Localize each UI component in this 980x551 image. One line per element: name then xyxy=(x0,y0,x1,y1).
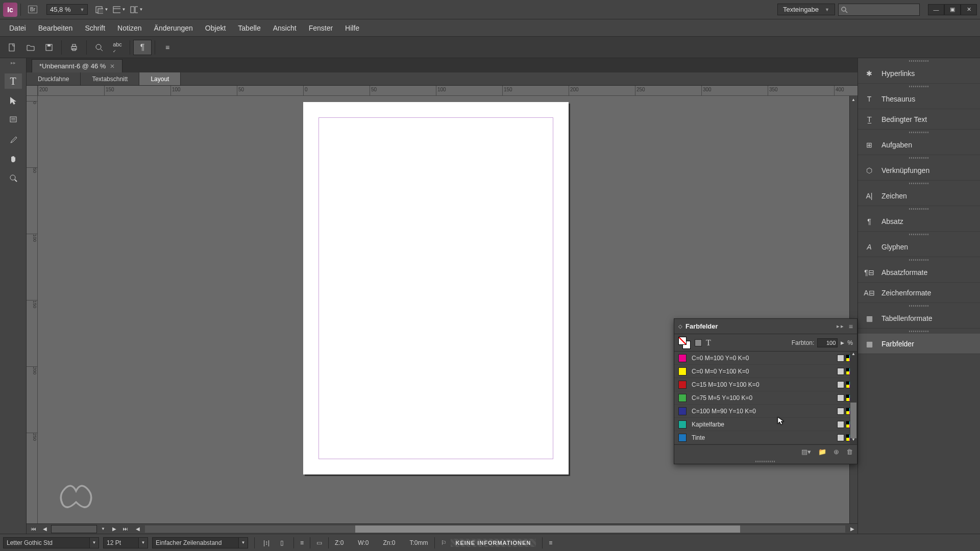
panel-grip[interactable] xyxy=(858,257,980,262)
panel-resize-grip[interactable] xyxy=(674,459,857,464)
delete-swatch-icon[interactable]: 🗑 xyxy=(846,448,853,456)
horizontal-ruler[interactable]: 200 150 100 50 0 50 100 150 200 250 300 … xyxy=(38,86,857,96)
swatch-item[interactable]: C=0 M=100 Y=0 K=0 xyxy=(674,352,857,365)
first-page-button[interactable]: ⏮ xyxy=(29,524,39,534)
container-swatch[interactable] xyxy=(695,339,702,346)
page-number-field[interactable] xyxy=(51,525,97,533)
view-tab-layout[interactable]: Layout xyxy=(139,72,181,85)
panel-grip[interactable] xyxy=(858,58,980,63)
prev-page-button[interactable]: ◀ xyxy=(40,524,50,534)
new-swatch-group-icon[interactable]: 📁 xyxy=(818,448,826,456)
save-icon[interactable] xyxy=(40,40,58,55)
panel-grip[interactable] xyxy=(858,84,980,89)
new-file-icon[interactable] xyxy=(3,40,21,55)
align-icon[interactable]: ≡ xyxy=(300,539,304,546)
search-input[interactable] xyxy=(838,4,920,16)
close-tab-icon[interactable]: ✕ xyxy=(110,63,115,70)
collapse-tools-icon[interactable]: ▸▸ xyxy=(0,58,27,67)
swatch-item[interactable]: C=0 M=0 Y=100 K=0 xyxy=(674,365,857,378)
swatch-item[interactable]: Kapitelfarbe xyxy=(674,418,857,431)
view-options-2[interactable]: ▼ xyxy=(112,3,126,16)
panel-paragraph[interactable]: ¶Absatz xyxy=(858,211,980,232)
fill-stroke-toggle[interactable] xyxy=(678,337,691,349)
menu-schrift[interactable]: Schrift xyxy=(79,21,111,35)
panel-conditional-text[interactable]: T̲Bedingter Text xyxy=(858,109,980,130)
menu-bearbeiten[interactable]: Bearbeiten xyxy=(32,21,79,35)
vertical-ruler[interactable]: 0 50 100 150 200 250 xyxy=(27,96,38,523)
menu-aenderungen[interactable]: Änderungen xyxy=(148,21,199,35)
scroll-left-button[interactable]: ◀ xyxy=(133,524,143,534)
horizontal-scrollbar[interactable] xyxy=(145,525,845,533)
panel-hyperlinks[interactable]: ✱Hyperlinks xyxy=(858,63,980,84)
menu-datei[interactable]: Datei xyxy=(3,21,32,35)
panel-character-styles[interactable]: A⊟Zeichenformate xyxy=(858,283,980,303)
swatch-item[interactable]: C=100 M=90 Y=10 K=0 xyxy=(674,405,857,418)
panel-thesaurus[interactable]: TThesaurus xyxy=(858,89,980,109)
new-swatch-icon[interactable]: ⊕ xyxy=(834,448,839,456)
close-button[interactable]: ✕ xyxy=(961,4,977,15)
swatch-item[interactable]: C=75 M=5 Y=100 K=0 xyxy=(674,391,857,405)
zoom-dropdown[interactable]: 45,8 % ▼ xyxy=(46,4,88,15)
columns-icon[interactable]: |↕| xyxy=(261,539,272,546)
open-file-icon[interactable] xyxy=(21,40,40,55)
menu-ansicht[interactable]: Ansicht xyxy=(267,21,303,35)
print-icon[interactable] xyxy=(65,40,83,55)
view-tab-proof[interactable]: Druckfahne xyxy=(27,72,81,85)
position-tool[interactable] xyxy=(5,93,22,108)
font-size-field[interactable]: 12 Pt xyxy=(103,537,139,548)
panel-links[interactable]: ⬡Verknüpfungen xyxy=(858,160,980,181)
swatch-item[interactable]: C=15 M=100 Y=100 K=0 xyxy=(674,378,857,391)
chevron-down-icon[interactable]: ▼ xyxy=(239,537,248,548)
workspace-dropdown[interactable]: Texteingabe ▼ xyxy=(777,4,835,15)
minimize-button[interactable]: — xyxy=(928,4,944,15)
panel-menu-icon[interactable]: ≡ xyxy=(849,322,853,331)
arrange-documents[interactable]: ▼ xyxy=(130,3,143,16)
swatch-item[interactable]: Tinte xyxy=(674,431,857,444)
bridge-button[interactable]: Br xyxy=(26,3,39,16)
panel-paragraph-styles[interactable]: ¶⊟Absatzformate xyxy=(858,262,980,283)
last-page-button[interactable]: ⏭ xyxy=(120,524,131,534)
baseline-icon[interactable]: ▭ xyxy=(316,539,322,546)
panel-character[interactable]: A|Zeichen xyxy=(858,186,980,206)
menu-fenster[interactable]: Fenster xyxy=(303,21,339,35)
type-tool[interactable]: T xyxy=(5,73,22,89)
chevron-down-icon[interactable]: ▼ xyxy=(139,537,148,548)
chevron-down-icon[interactable]: ▼ xyxy=(90,537,99,548)
new-gradient-swatch-icon[interactable]: ▨▾ xyxy=(801,448,811,456)
menu-hilfe[interactable]: Hilfe xyxy=(339,21,365,35)
eyedropper-tool[interactable] xyxy=(5,132,22,147)
panel-grip[interactable] xyxy=(858,303,980,308)
page-dropdown[interactable]: ▼ xyxy=(98,524,108,534)
panel-grip[interactable] xyxy=(858,232,980,237)
font-family-field[interactable]: Letter Gothic Std xyxy=(3,537,90,548)
panel-grip[interactable] xyxy=(858,155,980,160)
spellcheck-icon[interactable]: abc✓ xyxy=(108,40,127,55)
text-swatch[interactable]: T xyxy=(706,338,711,347)
menu-tabelle[interactable]: Tabelle xyxy=(232,21,266,35)
panel-grip[interactable] xyxy=(858,206,980,211)
panel-glyphs[interactable]: AGlyphen xyxy=(858,237,980,257)
hand-tool[interactable] xyxy=(5,151,22,166)
swatch-scrollbar[interactable]: ▲ ▼ xyxy=(850,352,857,444)
note-tool[interactable] xyxy=(5,112,22,128)
zoom-tool[interactable] xyxy=(5,170,22,186)
tint-input[interactable] xyxy=(817,338,838,347)
tint-slider-icon[interactable]: ▶ xyxy=(841,340,844,345)
maximize-button[interactable]: ▣ xyxy=(944,4,961,15)
menu-objekt[interactable]: Objekt xyxy=(199,21,232,35)
show-hidden-chars-icon[interactable]: ¶ xyxy=(133,40,152,55)
document-tab[interactable]: *Unbenannt-6 @ 46 % ✕ xyxy=(32,59,122,72)
panel-swatches[interactable]: ▦Farbfelder xyxy=(858,334,980,354)
panel-grip[interactable] xyxy=(858,181,980,186)
view-options-1[interactable]: ▼ xyxy=(95,3,108,16)
panel-assignments[interactable]: ⊞Aufgaben xyxy=(858,135,980,155)
next-page-button[interactable]: ▶ xyxy=(109,524,119,534)
panel-grip[interactable] xyxy=(858,329,980,334)
status-menu-icon[interactable]: ≡ xyxy=(549,539,552,546)
info-icon[interactable]: ⚐ xyxy=(441,539,447,546)
collapse-panel-icon[interactable]: ▸▸ xyxy=(837,323,845,330)
panel-grip[interactable] xyxy=(858,130,980,135)
horizontal-scale-icon[interactable]: ▯ xyxy=(276,539,287,546)
scroll-right-button[interactable]: ▶ xyxy=(847,524,857,534)
view-tab-story[interactable]: Textabschnitt xyxy=(81,72,139,85)
